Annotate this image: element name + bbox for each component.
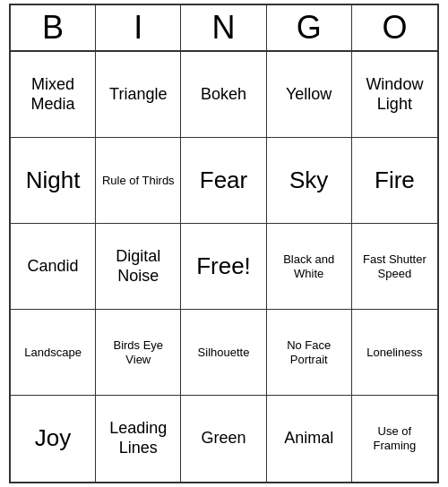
bingo-cell-text-7: Fear	[200, 167, 247, 194]
bingo-grid: Mixed MediaTriangleBokehYellowWindow Lig…	[11, 52, 437, 482]
bingo-cell-text-14: Fast Shutter Speed	[356, 252, 434, 280]
bingo-cell-text-2: Bokeh	[201, 85, 246, 105]
bingo-cell-17: Silhouette	[181, 310, 266, 396]
bingo-cell-text-6: Rule of Thirds	[102, 174, 175, 188]
bingo-cell-0: Mixed Media	[11, 52, 96, 138]
bingo-cell-text-8: Sky	[289, 167, 328, 194]
bingo-cell-text-10: Candid	[28, 257, 79, 277]
bingo-cell-text-19: Loneliness	[366, 346, 422, 360]
bingo-cell-text-22: Green	[201, 429, 246, 449]
bingo-cell-6: Rule of Thirds	[96, 138, 181, 224]
bingo-cell-text-13: Black and White	[271, 252, 348, 280]
bingo-cell-13: Black and White	[267, 224, 352, 310]
bingo-cell-text-23: Animal	[284, 429, 333, 449]
bingo-cell-text-0: Mixed Media	[14, 75, 91, 114]
bingo-cell-text-11: Digital Noise	[99, 247, 177, 286]
bingo-cell-10: Candid	[11, 224, 96, 310]
bingo-cell-text-5: Night	[26, 167, 81, 194]
bingo-cell-2: Bokeh	[181, 52, 266, 138]
bingo-cell-12: Free!	[181, 224, 266, 310]
bingo-card: BINGO Mixed MediaTriangleBokehYellowWind…	[9, 4, 439, 483]
bingo-cell-8: Sky	[267, 138, 352, 224]
bingo-cell-15: Landscape	[11, 310, 96, 396]
bingo-cell-text-17: Silhouette	[198, 346, 250, 360]
bingo-cell-text-15: Landscape	[24, 346, 82, 360]
header-letter-n: N	[181, 5, 266, 50]
bingo-cell-text-9: Fire	[375, 167, 415, 194]
bingo-cell-1: Triangle	[96, 52, 181, 138]
bingo-cell-11: Digital Noise	[96, 224, 181, 310]
bingo-cell-7: Fear	[181, 138, 266, 224]
bingo-cell-14: Fast Shutter Speed	[352, 224, 437, 310]
bingo-cell-22: Green	[181, 396, 266, 482]
bingo-cell-text-1: Triangle	[109, 85, 167, 105]
header-letter-o: O	[352, 5, 437, 50]
bingo-cell-text-12: Free!	[196, 252, 251, 280]
bingo-cell-text-18: No Face Portrait	[271, 338, 348, 366]
bingo-cell-text-21: Leading Lines	[99, 419, 177, 457]
bingo-cell-19: Loneliness	[352, 310, 437, 396]
header-letter-b: B	[11, 5, 96, 50]
header-letter-g: G	[267, 5, 352, 50]
bingo-header: BINGO	[11, 5, 437, 52]
bingo-cell-text-16: Birds Eye View	[99, 338, 177, 366]
bingo-cell-3: Yellow	[267, 52, 352, 138]
bingo-cell-18: No Face Portrait	[267, 310, 352, 396]
bingo-cell-9: Fire	[352, 138, 437, 224]
bingo-cell-4: Window Light	[352, 52, 437, 138]
bingo-cell-text-3: Yellow	[286, 85, 332, 105]
bingo-cell-text-24: Use of Framing	[356, 424, 434, 452]
bingo-cell-21: Leading Lines	[96, 396, 181, 482]
bingo-cell-5: Night	[11, 138, 96, 224]
bingo-cell-20: Joy	[11, 396, 96, 482]
bingo-cell-16: Birds Eye View	[96, 310, 181, 396]
bingo-cell-text-20: Joy	[35, 424, 71, 452]
bingo-cell-23: Animal	[267, 396, 352, 482]
bingo-cell-text-4: Window Light	[356, 75, 434, 114]
bingo-cell-24: Use of Framing	[352, 396, 437, 482]
header-letter-i: I	[96, 5, 181, 50]
